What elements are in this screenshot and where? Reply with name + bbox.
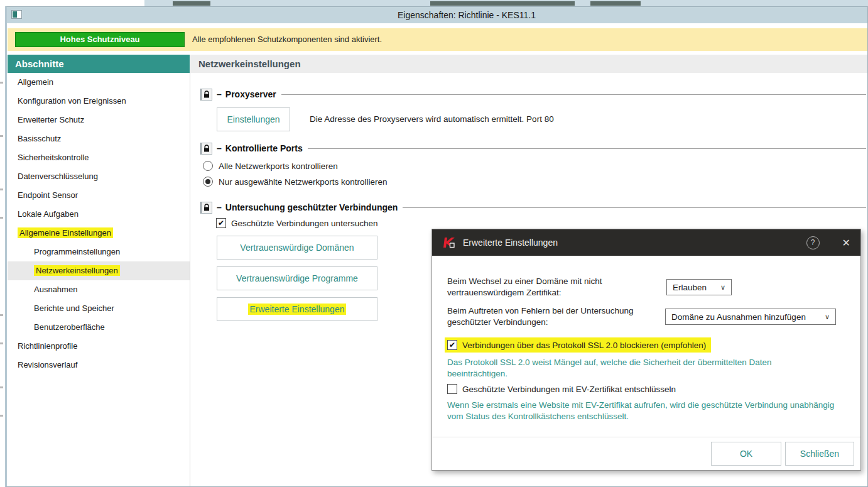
section-proxyserver: – Proxyserver bbox=[200, 87, 866, 101]
checkbox-row-inspect-connections: ✔ Geschützte Verbindungen untersuchen bbox=[216, 218, 377, 228]
section-rule bbox=[281, 94, 866, 95]
sidebar-item-erweiterter-schutz[interactable]: Erweiterter Schutz bbox=[8, 111, 190, 129]
properties-window: Eigenschaften: Richtlinie - KES11.1 Hohe… bbox=[5, 6, 868, 487]
schliessen-button[interactable]: Schließen bbox=[785, 442, 854, 466]
sidebar-item-basisschutz[interactable]: Basisschutz bbox=[8, 129, 190, 148]
radio-row-all-ports: Alle Netzwerkports kontrollieren bbox=[203, 160, 338, 172]
radio-label: Nur ausgewählte Netzwerkports kontrollie… bbox=[219, 177, 388, 187]
background-text-fragment bbox=[0, 189, 3, 190]
radio-selected-ports[interactable] bbox=[203, 177, 213, 187]
page-title: Netzwerkeinstellungen bbox=[190, 55, 867, 73]
block-ssl2-checkbox[interactable]: ✔ bbox=[447, 340, 457, 350]
collapse-indicator[interactable]: – bbox=[217, 89, 222, 99]
background-text-fragment bbox=[590, 1, 641, 6]
section-title: Kontrollierte Ports bbox=[225, 143, 303, 153]
section-kontrollierte-ports: – Kontrollierte Ports bbox=[200, 141, 866, 155]
background-text-fragment bbox=[0, 386, 3, 388]
ev-note: Wenn Sie erstmals eine Website mit EV-Ze… bbox=[447, 400, 840, 422]
protection-banner: Hohes Schutzniveau Alle empfohlenen Schu… bbox=[8, 28, 867, 51]
protection-level-button[interactable]: Hohes Schutzniveau bbox=[15, 32, 185, 47]
background-text-fragment bbox=[0, 415, 3, 417]
sidebar-item-endpoint-sensor[interactable]: Endpoint Sensor bbox=[8, 186, 190, 205]
checkbox-label: Geschützte Verbindungen untersuchen bbox=[231, 219, 377, 228]
collapse-indicator[interactable]: – bbox=[217, 202, 222, 212]
proxy-description: Die Adresse des Proxyservers wird automa… bbox=[310, 114, 554, 124]
section-rule bbox=[403, 207, 866, 208]
section-untersuchung-verbindungen: – Untersuchung geschützter Verbindungen bbox=[200, 200, 866, 214]
dialog-footer-divider bbox=[432, 437, 860, 437]
trusted-programs-button[interactable]: Vertrauenswürdige Programme bbox=[217, 266, 377, 290]
untrusted-cert-dropdown[interactable]: Erlauben ∨ bbox=[666, 279, 732, 295]
radio-row-selected-ports: Nur ausgewählte Netzwerkports kontrollie… bbox=[203, 175, 388, 188]
lock-icon[interactable] bbox=[200, 143, 212, 155]
dialog-title: Erweiterte Einstellungen bbox=[463, 238, 558, 248]
background-text-fragment bbox=[0, 82, 3, 84]
ssl2-note: Das Protokoll SSL 2.0 weist Mängel auf, … bbox=[447, 357, 832, 380]
untrusted-cert-label: Beim Wechsel zu einer Domäne mit nicht v… bbox=[447, 276, 668, 298]
sidebar-item-benutzeroberflaeche[interactable]: Benutzeroberfläche bbox=[8, 318, 190, 337]
lock-icon[interactable] bbox=[200, 202, 212, 214]
chevron-down-icon: ∨ bbox=[825, 313, 830, 321]
sidebar-item-lokale-aufgaben[interactable]: Lokale Aufgaben bbox=[8, 205, 190, 224]
section-title: Untersuchung geschützter Verbindungen bbox=[225, 202, 398, 212]
checkbox-row-ev-decrypt: Geschützte Verbindungen mit EV-Zertifika… bbox=[447, 384, 676, 394]
sidebar-item-datenverschluesselung[interactable]: Datenverschlüsselung bbox=[8, 167, 190, 186]
background-text-fragment bbox=[0, 217, 3, 219]
advanced-settings-dialog: Erweiterte Einstellungen ? ✕ Beim Wechse… bbox=[431, 229, 861, 471]
advanced-settings-button[interactable]: Erweiterte Einstellungen bbox=[217, 297, 377, 321]
window-title: Eigenschaften: Richtlinie - KES11.1 bbox=[398, 7, 536, 23]
section-rule bbox=[308, 148, 866, 149]
background-window-fragment bbox=[144, 0, 868, 6]
sections-sidebar: Allgemein Konfiguration von Ereignissen … bbox=[8, 73, 190, 375]
checkbox-label: Verbindungen über das Protokoll SSL 2.0 … bbox=[462, 341, 706, 350]
background-text-fragment bbox=[430, 1, 575, 6]
background-text-fragment bbox=[0, 314, 3, 316]
collapse-indicator[interactable]: – bbox=[217, 143, 222, 153]
sidebar-item-netzwerkeinstellungen[interactable]: Netzwerkeinstellungen bbox=[8, 261, 190, 280]
sidebar-item-programmeinstellungen[interactable]: Programmeinstellungen bbox=[8, 243, 190, 261]
sidebar-header: Abschnitte bbox=[8, 55, 190, 73]
sidebar-item-konfiguration-von-ereignissen[interactable]: Konfiguration von Ereignissen bbox=[8, 92, 190, 111]
window-icon bbox=[11, 10, 22, 19]
sidebar-item-revisionsverlauf[interactable]: Revisionsverlauf bbox=[8, 356, 190, 375]
scan-errors-dropdown[interactable]: Domäne zu Ausnahmen hinzufügen ∨ bbox=[665, 309, 836, 325]
sidebar-item-richtlinienprofile[interactable]: Richtlinienprofile bbox=[8, 337, 190, 356]
ev-decrypt-checkbox[interactable] bbox=[447, 384, 457, 394]
scan-errors-label: Beim Auftreten von Fehlern bei der Unter… bbox=[447, 305, 668, 328]
ok-button[interactable]: OK bbox=[711, 442, 781, 466]
checkbox-label: Geschützte Verbindungen mit EV-Zertifika… bbox=[462, 385, 676, 394]
close-icon[interactable]: ✕ bbox=[842, 237, 850, 249]
proxy-settings-button[interactable]: Einstellungen bbox=[217, 107, 290, 131]
sidebar-item-berichte-und-speicher[interactable]: Berichte und Speicher bbox=[8, 299, 190, 318]
radio-label: Alle Netzwerkports kontrollieren bbox=[219, 161, 338, 171]
background-text-fragment bbox=[0, 135, 3, 137]
checkbox-row-block-ssl2: ✔ Verbindungen über das Protokoll SSL 2.… bbox=[445, 337, 711, 353]
help-icon[interactable]: ? bbox=[806, 236, 820, 249]
chevron-down-icon: ∨ bbox=[720, 283, 725, 292]
trusted-domains-button[interactable]: Vertrauenswürdige Domänen bbox=[217, 236, 377, 260]
section-title: Proxyserver bbox=[225, 89, 276, 99]
sidebar-item-allgemein[interactable]: Allgemein bbox=[8, 73, 190, 92]
window-titlebar: Eigenschaften: Richtlinie - KES11.1 bbox=[7, 7, 867, 23]
sidebar-item-sicherheitskontrolle[interactable]: Sicherheitskontrolle bbox=[8, 148, 190, 167]
lock-icon[interactable] bbox=[200, 89, 212, 101]
background-text-fragment bbox=[173, 1, 210, 6]
protection-banner-message: Alle empfohlenen Schutzkomponenten sind … bbox=[192, 28, 382, 51]
inspect-connections-checkbox[interactable]: ✔ bbox=[216, 218, 226, 228]
sidebar-item-ausnahmen[interactable]: Ausnahmen bbox=[8, 280, 190, 299]
dialog-titlebar: Erweiterte Einstellungen ? ✕ bbox=[432, 229, 860, 256]
background-window-edge bbox=[0, 0, 5, 487]
sidebar-divider bbox=[190, 73, 190, 486]
sidebar-item-allgemeine-einstellungen[interactable]: Allgemeine Einstellungen bbox=[8, 224, 190, 243]
screen: Eigenschaften: Richtlinie - KES11.1 Hohe… bbox=[0, 0, 868, 487]
background-text-fragment bbox=[0, 342, 3, 344]
radio-all-ports[interactable] bbox=[203, 161, 213, 171]
kaspersky-logo-icon bbox=[442, 236, 456, 249]
